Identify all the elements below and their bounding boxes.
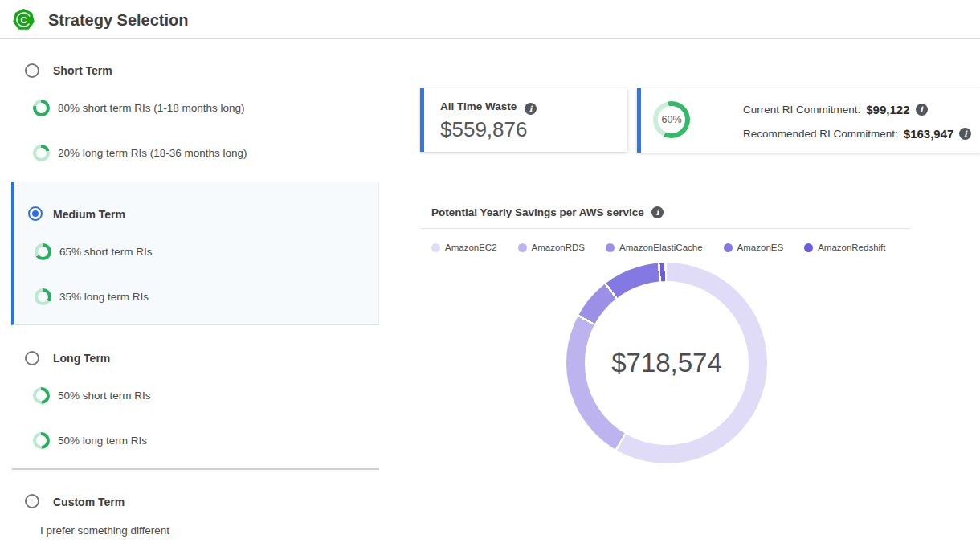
- recommended-commitment-label: Recommended RI Commitment:: [743, 128, 898, 140]
- svg-text:C: C: [21, 15, 27, 25]
- legend-label: AmazonElastiCache: [619, 243, 703, 252]
- legend-item[interactable]: AmazonEC2: [431, 243, 497, 252]
- all-time-waste-card: All Time Waste $559,876: [420, 88, 627, 152]
- medium-term-ratio-2-label: 35% long term RIs: [59, 291, 149, 303]
- radio-short-term[interactable]: [25, 63, 39, 78]
- savings-chart-header: Potential Yearly Savings per AWS service: [431, 206, 664, 218]
- legend-dot-icon: [804, 243, 813, 252]
- medium-term-ratio-2-ring: [35, 288, 51, 305]
- page-header: C Strategy Selection: [0, 0, 980, 39]
- savings-donut-chart[interactable]: $718,574: [566, 263, 767, 463]
- current-commitment-row: Current RI Commitment: $99,122: [743, 100, 928, 118]
- all-time-waste-value: $559,876: [440, 117, 527, 142]
- page-title: Strategy Selection: [48, 11, 189, 30]
- long-term-ratio-2-label: 50% long term RIs: [58, 435, 147, 447]
- current-commitment-value: $99,122: [866, 103, 909, 116]
- donut-center-value: $718,574: [566, 263, 767, 463]
- long-term-ratio-2-ring: [33, 432, 50, 449]
- info-icon[interactable]: [525, 103, 537, 115]
- legend-label: AmazonRedshift: [818, 243, 885, 252]
- commitment-gauge-label: 60%: [653, 101, 690, 138]
- medium-term-label[interactable]: Medium Term: [53, 208, 125, 221]
- info-icon[interactable]: [959, 128, 971, 140]
- short-term-label[interactable]: Short Term: [53, 64, 112, 77]
- info-icon[interactable]: [651, 206, 664, 218]
- ri-commitment-card: 60% Current RI Commitment: $99,122 Recom…: [637, 88, 980, 153]
- strategy-selection-page: C Strategy Selection Short Term 80% shor…: [0, 0, 980, 555]
- legend-dot-icon: [724, 243, 733, 252]
- legend-dot-icon: [606, 243, 615, 252]
- savings-chart-title: Potential Yearly Savings per AWS service: [431, 206, 644, 218]
- custom-term-description: I prefer something different: [40, 524, 169, 537]
- short-term-ratio-1-ring: [33, 100, 50, 116]
- legend-dot-icon: [518, 243, 527, 252]
- long-term-ratio-1-ring: [33, 387, 50, 404]
- all-time-waste-title-text: All Time Waste: [440, 100, 517, 112]
- app-logo-icon: C: [13, 9, 35, 31]
- commitment-gauge: 60%: [653, 101, 690, 138]
- long-term-label[interactable]: Long Term: [53, 352, 110, 365]
- legend-label: AmazonES: [737, 243, 784, 252]
- legend-item[interactable]: AmazonRDS: [518, 243, 585, 252]
- legend-dot-icon: [431, 243, 440, 252]
- recommended-commitment-value: $163,947: [904, 127, 954, 141]
- radio-long-term[interactable]: [25, 351, 39, 365]
- legend-label: AmazonRDS: [532, 243, 585, 252]
- info-icon[interactable]: [916, 104, 928, 116]
- radio-custom-term[interactable]: [25, 494, 39, 508]
- panel-divider: [12, 468, 379, 470]
- long-term-ratio-1-label: 50% short term RIs: [58, 390, 151, 402]
- legend-label: AmazonEC2: [445, 243, 497, 252]
- legend-item[interactable]: AmazonRedshift: [804, 243, 885, 252]
- short-term-ratio-2-label: 20% long term RIs (18-36 months long): [58, 147, 247, 159]
- chart-divider: [420, 228, 910, 229]
- legend-item[interactable]: AmazonElastiCache: [606, 243, 703, 252]
- short-term-ratio-2-ring: [33, 145, 50, 161]
- medium-term-ratio-1-label: 65% short term RIs: [59, 246, 153, 258]
- radio-medium-term[interactable]: [28, 206, 43, 221]
- current-commitment-label: Current RI Commitment:: [743, 104, 860, 116]
- recommended-commitment-row: Recommended RI Commitment: $163,947: [743, 124, 971, 142]
- all-time-waste-title: All Time Waste: [440, 100, 537, 115]
- custom-term-label[interactable]: Custom Term: [53, 496, 125, 508]
- medium-term-ratio-1-ring: [35, 243, 51, 260]
- legend-item[interactable]: AmazonES: [724, 243, 784, 252]
- short-term-ratio-1-label: 80% short term RIs (1-18 months long): [58, 102, 245, 114]
- chart-legend: AmazonEC2AmazonRDSAmazonElastiCacheAmazo…: [431, 243, 886, 252]
